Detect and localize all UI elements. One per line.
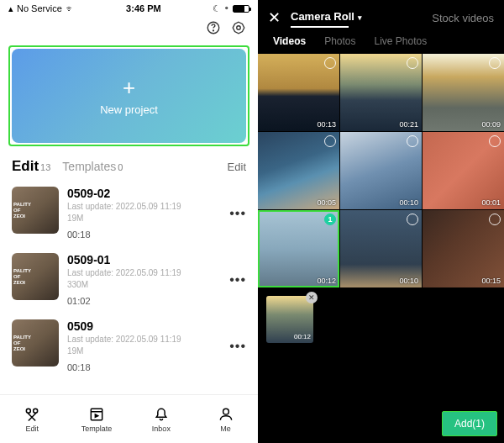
media-cell[interactable]: 00:13 [258,54,339,131]
projects-list[interactable]: 0509-02 Last update: 2022.05.09 11:19 19… [0,180,258,394]
more-icon[interactable]: ••• [229,206,246,221]
project-duration: 00:18 [67,229,229,240]
status-bar: ▴No Serviceᯤ 3:46 PM ☾⚬ [0,0,258,17]
tab-videos[interactable]: Videos [273,35,306,47]
project-item[interactable]: 0509-02 Last update: 2022.05.09 11:19 19… [0,180,258,246]
project-updated: Last update: 2022.05.09 11:19 [67,267,229,279]
carrier-text: No Service [17,3,62,13]
project-updated: Last update: 2022.05.09 11:19 [67,334,229,345]
stock-videos-tab[interactable]: Stock videos [432,12,494,24]
project-title: 0509-02 [67,187,229,200]
nav-template[interactable]: Template [65,395,129,443]
media-cell[interactable]: 00:15 [423,210,504,287]
select-ring-icon[interactable] [407,57,418,69]
more-icon[interactable]: ••• [229,272,246,287]
moon-icon: ☾ [213,3,221,14]
tray-duration: 00:12 [294,333,311,340]
bottom-nav: Edit Template Inbox Me [0,394,258,443]
select-ring-icon[interactable] [324,57,336,69]
more-icon[interactable]: ••• [229,339,246,354]
project-size: 19M [67,213,229,224]
media-cell[interactable]: 00:10 [340,210,422,287]
select-ring-icon[interactable] [407,135,418,147]
wifi-icon: ᯤ [66,3,75,13]
projects-tabs: Edit13 Templates0 Edit [0,148,258,180]
tab-templates[interactable]: Templates0 [62,159,123,174]
project-item[interactable]: 0509-01 Last update: 2022.05.09 11:19 33… [0,246,258,313]
project-thumbnail [12,187,59,234]
media-cell[interactable]: 00:01 [423,132,504,209]
media-cell[interactable]: 00:21 [340,54,422,131]
remove-icon[interactable]: ✕ [306,292,318,303]
project-title: 0509 [67,319,229,333]
plus-icon: + [123,76,135,98]
select-badge-icon[interactable]: 1 [324,214,336,225]
project-duration: 01:02 [67,296,229,306]
new-project-label: New project [100,103,158,116]
media-cell[interactable]: 100:12 [258,210,339,287]
project-thumbnail [12,319,59,367]
tab-photos[interactable]: Photos [324,35,355,47]
clock: 3:46 PM [126,3,161,13]
media-type-tabs: Videos Photos Live Photos [258,35,504,54]
selection-tray: ✕ 00:12 [258,287,504,351]
media-grid[interactable]: 00:13 00:21 00:09 00:05 00:10 00:01 100:… [258,54,504,287]
svg-marker-2 [233,22,244,34]
project-size: 19M [67,345,229,357]
new-project-highlight: + New project [8,45,249,146]
chevron-down-icon: ▾ [358,13,362,22]
tab-edit[interactable]: Edit13 [12,158,50,175]
select-ring-icon[interactable] [407,214,418,225]
media-cell[interactable]: 00:09 [423,54,504,131]
project-duration: 00:18 [67,362,229,372]
svg-point-5 [34,409,38,413]
nav-edit[interactable]: Edit [0,395,65,443]
tab-live-photos[interactable]: Live Photos [375,35,428,47]
media-cell[interactable]: 00:05 [258,132,339,209]
project-updated: Last update: 2022.05.09 11:19 [67,201,229,213]
select-ring-icon[interactable] [489,135,501,147]
add-button[interactable]: Add(1) [442,411,497,436]
svg-point-3 [237,26,241,30]
nav-me[interactable]: Me [193,395,258,443]
bluetooth-icon: ⚬ [223,4,230,13]
tray-thumbnail[interactable]: ✕ 00:12 [266,296,313,343]
new-project-button[interactable]: + New project [12,49,246,143]
project-size: 330M [67,279,229,291]
svg-point-4 [27,409,31,413]
media-cell[interactable]: 00:10 [340,132,422,209]
select-ring-icon[interactable] [489,214,501,225]
project-item[interactable]: 0509 Last update: 2022.05.09 11:19 19M 0… [0,313,258,379]
svg-point-7 [223,409,228,414]
source-dropdown[interactable]: Camera Roll▾ [291,10,362,26]
battery-icon [233,5,249,13]
help-icon[interactable] [206,20,221,39]
picker-header: ✕ Camera Roll▾ Stock videos [258,0,504,35]
svg-point-1 [213,30,214,31]
select-ring-icon[interactable] [489,57,501,69]
select-ring-icon[interactable] [324,135,336,147]
project-title: 0509-01 [67,253,229,266]
edit-projects-button[interactable]: Edit [228,161,246,173]
nav-inbox[interactable]: Inbox [129,395,194,443]
close-icon[interactable]: ✕ [268,8,281,27]
project-thumbnail [12,253,59,300]
gear-icon[interactable] [231,20,246,39]
signal-icon: ▴ [8,3,13,14]
